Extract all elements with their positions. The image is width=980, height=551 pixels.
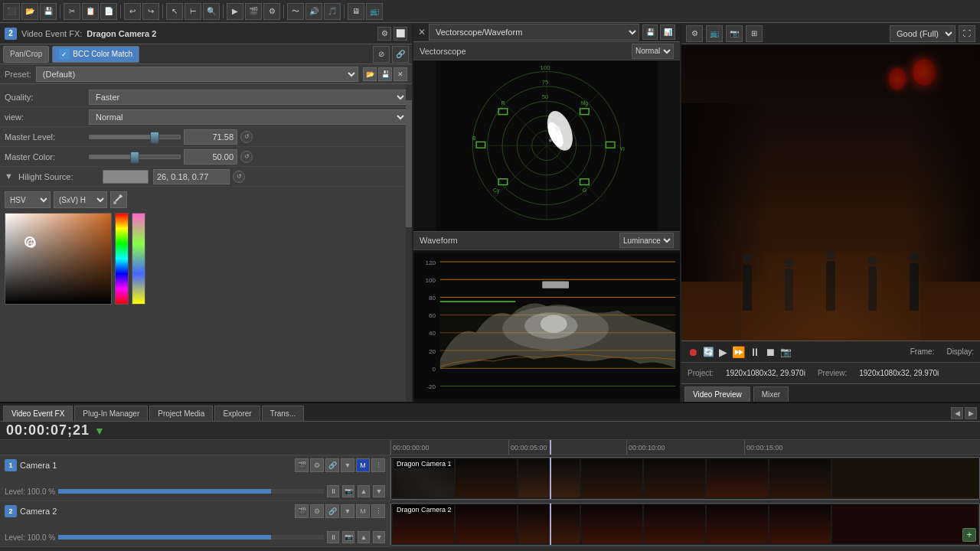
pan-crop-tab[interactable]: Pan/Crop — [3, 46, 49, 63]
master-color-reset[interactable]: ↺ — [240, 151, 253, 163]
color-alpha-bar[interactable] — [132, 213, 145, 305]
plugin-manager-tab[interactable]: Plug-In Manager — [74, 406, 148, 421]
toolbar-select[interactable]: ↖ — [166, 3, 183, 20]
add-clip-btn[interactable]: + — [962, 528, 976, 542]
preview-mode-btn[interactable]: ⊞ — [746, 25, 763, 42]
quality-select[interactable]: Faster — [89, 90, 407, 105]
eyedropper-btn[interactable] — [110, 191, 127, 208]
track-1-cam-btn[interactable]: 📷 — [342, 485, 354, 497]
hilight-source-reset[interactable]: ↺ — [233, 171, 245, 183]
color-gradient-box[interactable] — [5, 213, 112, 305]
track-2-down-btn[interactable]: ▼ — [373, 531, 385, 543]
toolbar-preview[interactable]: 🖥 — [348, 3, 364, 20]
color-crosshair[interactable] — [24, 236, 35, 247]
track-2-pause-btn[interactable]: ⏸ — [327, 531, 339, 543]
hilight-color-swatch[interactable] — [103, 170, 149, 184]
waveform-mode-select[interactable]: Luminance Parade RGB — [619, 233, 674, 248]
track-1-level-bar[interactable] — [58, 489, 324, 494]
toolbar-fx[interactable]: 🎬 — [245, 3, 262, 20]
preview-external-btn[interactable]: 📺 — [706, 25, 723, 42]
fast-forward-btn[interactable]: ⏩ — [732, 346, 745, 358]
master-level-reset[interactable]: ↺ — [240, 131, 253, 143]
track-2-link-btn[interactable]: 🔗 — [325, 504, 339, 518]
toolbar-open[interactable]: 📂 — [21, 3, 38, 20]
track-2-up-btn[interactable]: ▲ — [358, 531, 370, 543]
toolbar-undo[interactable]: ↩ — [124, 3, 141, 20]
timeline-ruler[interactable]: 00:00:00:00 00:00:05:00 00:00:10:00 00:0… — [0, 440, 980, 455]
fx-bypass-btn[interactable]: ⊘ — [373, 46, 390, 63]
toolbar-external[interactable]: 📺 — [366, 3, 383, 20]
toolbar-zoom[interactable]: 🔍 — [203, 3, 220, 20]
toolbar-midi[interactable]: 🎵 — [324, 3, 341, 20]
explorer-tab[interactable]: Explorer — [214, 406, 260, 421]
plugin-enabled-check[interactable]: ✓ — [59, 49, 70, 60]
trans-tab[interactable]: Trans... — [262, 406, 305, 421]
preview-settings-btn[interactable]: ⚙ — [686, 25, 703, 42]
scope-close-btn[interactable]: ✕ — [418, 27, 426, 37]
project-media-tab[interactable]: Project Media — [149, 406, 213, 421]
color-channel-select[interactable]: (SxV) H S V — [54, 191, 107, 208]
tab-prev-btn[interactable]: ◀ — [951, 407, 963, 419]
toolbar-render[interactable]: ▶ — [227, 3, 243, 20]
toolbar-cut[interactable]: ✂ — [64, 3, 80, 20]
track-2-clip[interactable]: Dragon Camera 2 + — [390, 503, 980, 546]
master-level-thumb[interactable] — [150, 132, 159, 144]
scope-title-select[interactable]: Vectorscope/Waveform — [429, 24, 639, 41]
master-color-input[interactable] — [184, 149, 237, 165]
track-1-settings-btn[interactable]: ▼ — [341, 458, 354, 472]
preset-select[interactable]: (Default) — [36, 67, 358, 82]
preset-save-btn[interactable]: 💾 — [378, 67, 392, 81]
pause-btn[interactable]: ⏸ — [750, 346, 760, 358]
track-2-content[interactable]: Dragon Camera 2 + — [390, 501, 980, 546]
toolbar-paste[interactable]: 📄 — [100, 3, 117, 20]
loop-btn[interactable]: 🔄 — [703, 347, 714, 357]
mixer-tab[interactable]: Mixer — [753, 386, 789, 402]
track-1-link-btn[interactable]: 🔗 — [325, 458, 339, 472]
preview-snap-btn[interactable]: 📷 — [726, 25, 743, 42]
fx-settings-btn[interactable]: ⚙ — [377, 27, 391, 41]
toolbar-redo[interactable]: ↪ — [142, 3, 159, 20]
toolbar-new[interactable]: ⬛ — [3, 3, 20, 20]
preview-quality-select[interactable]: Good (Full) Draft Preview — [890, 25, 956, 42]
video-preview-tab[interactable]: Video Preview — [684, 386, 750, 402]
track-1-pause-btn[interactable]: ⏸ — [327, 485, 339, 497]
toolbar-save[interactable]: 💾 — [40, 3, 57, 20]
track-2-comp-btn[interactable]: 🎬 — [295, 504, 309, 518]
color-mode-select[interactable]: HSV RGB Lab — [5, 191, 51, 208]
toolbar-vst[interactable]: 🔊 — [305, 3, 322, 20]
track-2-cam-btn[interactable]: 📷 — [342, 531, 354, 543]
toolbar-settings[interactable]: ⚙ — [263, 3, 280, 20]
scope-chart-btn[interactable]: 📊 — [660, 24, 675, 40]
preset-load-btn[interactable]: 📂 — [363, 67, 377, 81]
master-color-track[interactable] — [89, 155, 181, 159]
track-2-level-bar[interactable] — [58, 535, 324, 540]
bcc-color-match-tab[interactable]: ✓ BCC Color Match — [52, 46, 139, 63]
stop-btn[interactable]: ⏹ — [765, 346, 776, 358]
hilight-toggle-icon[interactable]: ▼ — [5, 171, 15, 182]
color-hue-bar[interactable] — [115, 213, 129, 305]
toolbar-trim[interactable]: ⊢ — [185, 3, 201, 20]
play-btn[interactable]: ▶ — [719, 346, 727, 358]
track-1-comp-btn[interactable]: 🎬 — [295, 458, 309, 472]
vectorscope-mode-select[interactable]: Normal 10x 50x — [632, 44, 674, 59]
track-1-fx-btn[interactable]: ⚙ — [310, 458, 324, 472]
track-1-down-btn[interactable]: ▼ — [373, 485, 385, 497]
record-btn[interactable]: ⏺ — [688, 346, 698, 358]
video-event-fx-tab[interactable]: Video Event FX — [3, 406, 73, 421]
fx-chain-btn[interactable]: 🔗 — [392, 46, 409, 63]
toolbar-copy[interactable]: 📋 — [82, 3, 99, 20]
preview-full-btn[interactable]: ⛶ — [959, 25, 975, 42]
fx-expand-btn[interactable]: ⬜ — [394, 27, 407, 41]
track-2-settings-btn[interactable]: ▼ — [341, 504, 354, 518]
snapshot-btn[interactable]: 📷 — [780, 347, 792, 357]
track-1-mute-btn[interactable]: M — [356, 458, 370, 472]
playhead-line[interactable] — [550, 440, 551, 455]
track-1-more-btn[interactable]: ⋮ — [371, 458, 385, 472]
master-level-track[interactable] — [89, 135, 181, 139]
track-1-clip[interactable]: Dragon Camera 1 — [390, 457, 980, 500]
track-2-mute-btn[interactable]: M — [356, 504, 370, 518]
master-level-input[interactable] — [184, 129, 237, 145]
master-color-thumb[interactable] — [130, 152, 139, 164]
track-2-more-btn[interactable]: ⋮ — [371, 504, 385, 518]
preset-close-btn[interactable]: ✕ — [394, 67, 407, 81]
